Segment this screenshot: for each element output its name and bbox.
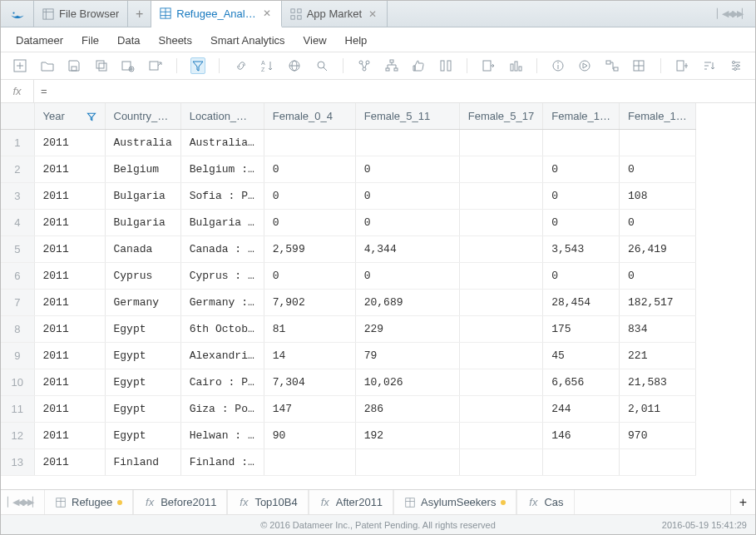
cell-f1[interactable]: 45 (543, 343, 620, 369)
cell-country[interactable]: Canada (105, 236, 180, 263)
menu-help[interactable]: Help (345, 34, 368, 47)
row-number[interactable]: 6 (1, 263, 34, 290)
cell-location[interactable]: 6th Octob… (180, 316, 264, 343)
col-female-5-17[interactable]: Female_5_17 (459, 103, 543, 130)
cell-f04[interactable]: 7,304 (264, 369, 355, 396)
cell-year[interactable]: 2011 (34, 423, 105, 449)
search-icon[interactable] (314, 57, 329, 74)
add-icon[interactable] (12, 57, 27, 74)
col-female-1a[interactable]: Female_1… (543, 103, 620, 130)
cell-f511[interactable]: 0 (355, 210, 459, 236)
menu-smart-analytics[interactable]: Smart Analytics (210, 34, 285, 47)
cell-f517[interactable] (459, 449, 543, 476)
flow-icon[interactable] (605, 57, 620, 74)
cell-country[interactable]: Bulgaria (105, 183, 180, 210)
cell-f511[interactable]: 10,026 (355, 369, 459, 396)
sheet-add-icon[interactable] (121, 57, 136, 74)
cell-f511[interactable]: 192 (355, 423, 459, 449)
link-icon[interactable] (233, 57, 248, 74)
thumbs-up-icon[interactable] (411, 57, 426, 74)
cell-f04[interactable]: 0 (264, 183, 355, 210)
menu-data[interactable]: Data (117, 34, 140, 47)
cell-f1[interactable]: 244 (543, 396, 620, 423)
cell-f1[interactable]: 146 (543, 423, 620, 449)
cell-location[interactable]: Giza : Po… (180, 396, 264, 423)
data-grid[interactable]: Year Country_… Location_… Female_0_4 Fem… (1, 103, 755, 489)
cell-location[interactable]: Cyprus : … (180, 263, 264, 290)
save-icon[interactable] (67, 57, 82, 74)
cell-f511[interactable]: 229 (355, 316, 459, 343)
cell-year[interactable]: 2011 (34, 316, 105, 343)
cell-year[interactable]: 2011 (34, 156, 105, 183)
cell-f04[interactable]: 81 (264, 316, 355, 343)
cell-f2[interactable]: 182,517 (620, 290, 696, 316)
cell-f511[interactable]: 0 (355, 183, 459, 210)
cell-f04[interactable] (264, 449, 355, 476)
cell-f1[interactable] (543, 130, 620, 156)
cell-location[interactable]: Canada : … (180, 236, 264, 263)
row-number[interactable]: 1 (1, 130, 34, 156)
cell-f511[interactable] (355, 130, 459, 156)
cluster-icon[interactable] (357, 57, 372, 74)
cell-f1[interactable]: 28,454 (543, 290, 620, 316)
cell-f2[interactable]: 970 (620, 423, 696, 449)
sheet-top10b4[interactable]: fxTop10B4 (227, 490, 308, 514)
grid-small-icon[interactable] (631, 57, 646, 74)
table-row[interactable]: 3 2011 Bulgaria Sofia : P… 0 0 0 108 (1, 183, 695, 210)
menu-datameer[interactable]: Datameer (16, 34, 63, 47)
row-number[interactable]: 7 (1, 290, 34, 316)
cell-location[interactable]: Belgium :… (180, 156, 264, 183)
cell-f511[interactable]: 79 (355, 343, 459, 369)
cell-f04[interactable]: 0 (264, 263, 355, 290)
cell-year[interactable]: 2011 (34, 236, 105, 263)
cell-f04[interactable]: 90 (264, 423, 355, 449)
settings-icon[interactable] (728, 57, 743, 74)
menu-file[interactable]: File (82, 34, 99, 47)
cell-f04[interactable] (264, 130, 355, 156)
cell-f1[interactable]: 6,656 (543, 369, 620, 396)
row-number[interactable]: 5 (1, 236, 34, 263)
globe-icon[interactable] (287, 57, 302, 74)
cell-f517[interactable] (459, 290, 543, 316)
table-row[interactable]: 12 2011 Egypt Helwan : … 90 192 146 970 (1, 423, 695, 449)
cell-year[interactable]: 2011 (34, 369, 105, 396)
row-number[interactable]: 4 (1, 210, 34, 236)
cell-f2[interactable]: 834 (620, 316, 696, 343)
new-tab-button[interactable]: + (128, 1, 151, 27)
insert-col-icon[interactable] (674, 57, 689, 74)
table-row[interactable]: 13 2011 Finland Finland :… (1, 449, 695, 476)
row-number[interactable]: 2 (1, 156, 34, 183)
sheet-before2011[interactable]: fxBefore2011 (133, 490, 227, 514)
cell-f2[interactable]: 21,583 (620, 369, 696, 396)
cell-f04[interactable]: 2,599 (264, 236, 355, 263)
cell-f04[interactable]: 0 (264, 156, 355, 183)
cell-year[interactable]: 2011 (34, 130, 105, 156)
cell-f517[interactable] (459, 396, 543, 423)
cell-f511[interactable]: 0 (355, 156, 459, 183)
cell-country[interactable]: Egypt (105, 396, 180, 423)
cell-country[interactable]: Finland (105, 449, 180, 476)
col-female-0-4[interactable]: Female_0_4 (264, 103, 355, 130)
cell-year[interactable]: 2011 (34, 449, 105, 476)
cell-country[interactable]: Bulgaria (105, 210, 180, 236)
cell-country[interactable]: Australia (105, 130, 180, 156)
table-row[interactable]: 8 2011 Egypt 6th Octob… 81 229 175 834 (1, 316, 695, 343)
cell-f2[interactable]: 0 (620, 210, 696, 236)
cell-f517[interactable] (459, 130, 543, 156)
tab-app-market[interactable]: App Market ✕ (282, 1, 388, 27)
cell-f04[interactable]: 14 (264, 343, 355, 369)
cell-country[interactable]: Cyprus (105, 263, 180, 290)
cell-year[interactable]: 2011 (34, 263, 105, 290)
cell-year[interactable]: 2011 (34, 210, 105, 236)
cell-location[interactable]: Bulgaria … (180, 210, 264, 236)
tab-file-browser[interactable]: File Browser (34, 1, 128, 27)
cell-f2[interactable] (620, 130, 696, 156)
row-number[interactable]: 8 (1, 316, 34, 343)
cell-f2[interactable]: 221 (620, 343, 696, 369)
sort-icon[interactable]: AZ (260, 57, 275, 74)
open-icon[interactable] (39, 57, 54, 74)
cell-country[interactable]: Egypt (105, 343, 180, 369)
cell-location[interactable]: Helwan : … (180, 423, 264, 449)
cell-location[interactable]: Germany :… (180, 290, 264, 316)
row-number[interactable]: 11 (1, 396, 34, 423)
